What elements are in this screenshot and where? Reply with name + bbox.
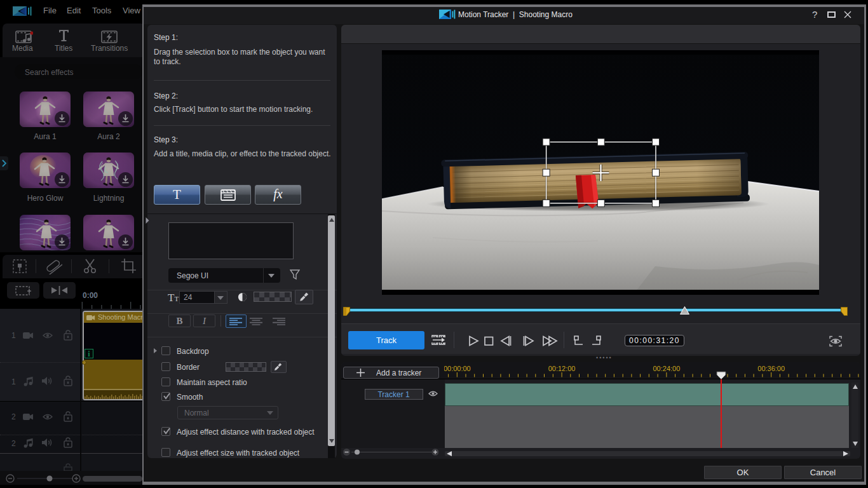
- svg-text:00:36:00: 00:36:00: [757, 365, 785, 372]
- svg-text:00:12:00: 00:12:00: [548, 365, 576, 372]
- svg-text:00:24:00: 00:24:00: [653, 365, 680, 372]
- svg-text:00:00:00: 00:00:00: [444, 365, 471, 372]
